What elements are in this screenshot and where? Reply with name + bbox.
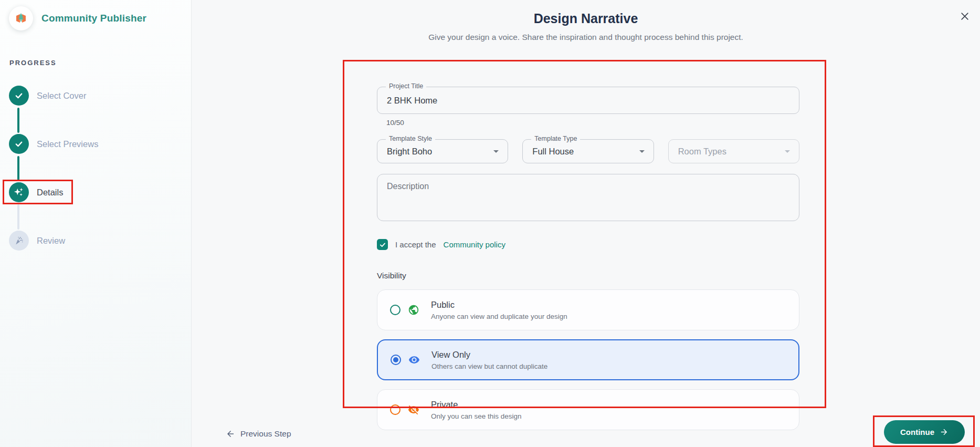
template-type-select[interactable]: Template Type Full House [522,139,654,163]
sidebar-step-details[interactable]: Details [9,182,63,202]
step-connector [17,156,19,181]
step-label: Review [37,236,65,246]
step-label: Select Cover [37,91,86,101]
close-icon[interactable] [957,8,973,24]
policy-row: I accept the Community policy [377,239,799,250]
template-style-label: Template Style [386,135,435,142]
policy-text: I accept the [395,240,436,249]
chevron-down-icon [781,145,794,158]
app-logo [9,6,33,30]
chevron-down-icon [636,145,648,158]
community-policy-link[interactable]: Community policy [444,240,505,249]
project-title-label: Project Title [386,82,426,90]
radio-public[interactable] [390,305,401,315]
radio-view-only[interactable] [391,355,401,365]
progress-heading: PROGRESS [9,59,57,67]
check-icon [9,86,29,106]
template-type-value: Full House [532,147,574,157]
check-icon [9,134,29,154]
continue-button[interactable]: Continue [884,420,965,444]
policy-checkbox[interactable] [377,239,388,250]
template-type-label: Template Type [531,135,580,142]
previous-step-button[interactable]: Previous Step [226,429,291,439]
step-label: Select Previews [37,139,98,149]
sidebar-step-select-cover[interactable]: Select Cover [9,86,86,106]
house-logo-icon [14,12,28,25]
template-style-select[interactable]: Template Style Bright Boho [377,139,508,163]
main-panel: Design Narrative Give your design a voic… [192,0,980,447]
visibility-option-text: Private Only you can see this design [431,400,522,420]
step-connector [17,108,19,133]
template-style-value: Bright Boho [387,147,432,157]
visibility-option-title: Private [431,400,522,410]
project-title-field: Project Title [377,87,799,114]
room-types-select[interactable]: Room Types [668,139,799,163]
chevron-down-icon [490,145,502,158]
visibility-heading: Visibility [377,271,799,280]
page-title: Design Narrative [192,0,980,26]
previous-step-label: Previous Step [240,429,291,439]
design-narrative-form: Project Title 10/50 Template Style Brigh… [377,87,799,430]
visibility-option-desc: Anyone can view and duplicate your desig… [431,313,567,320]
eye-off-icon [408,404,419,415]
room-types-placeholder: Room Types [678,147,726,157]
sparkles-icon [9,182,29,202]
sidebar-step-select-previews[interactable]: Select Previews [9,134,98,154]
arrow-left-icon [226,429,235,439]
visibility-option-text: Public Anyone can view and duplicate you… [431,300,567,320]
globe-icon [408,304,419,316]
description-textarea[interactable] [377,174,799,221]
app-logo-row: Community Publisher [9,6,146,30]
continue-label: Continue [900,428,934,436]
visibility-option-private[interactable]: Private Only you can see this design [377,389,799,430]
app-title: Community Publisher [41,13,146,24]
project-title-input[interactable] [377,87,799,113]
char-counter: 10/50 [386,119,799,127]
visibility-option-desc: Only you can see this design [431,412,522,420]
step-connector [17,204,19,230]
sidebar: Community Publisher PROGRESS Select Cove… [0,0,192,447]
visibility-option-public[interactable]: Public Anyone can view and duplicate you… [377,289,799,330]
step-label: Details [37,188,63,197]
visibility-option-title: Public [431,300,567,310]
eye-icon [408,354,420,366]
visibility-option-title: View Only [431,350,547,360]
sidebar-step-review[interactable]: Review [9,231,65,251]
arrow-right-icon [940,428,949,436]
visibility-option-text: View Only Others can view but cannot dup… [431,350,547,370]
visibility-option-desc: Others can view but cannot duplicate [431,362,547,370]
selects-row: Template Style Bright Boho Template Type… [377,139,799,163]
party-popper-icon [9,231,29,251]
visibility-option-view-only[interactable]: View Only Others can view but cannot dup… [377,339,799,380]
radio-private[interactable] [390,404,401,415]
page-subtitle: Give your design a voice. Share the insp… [192,33,980,42]
